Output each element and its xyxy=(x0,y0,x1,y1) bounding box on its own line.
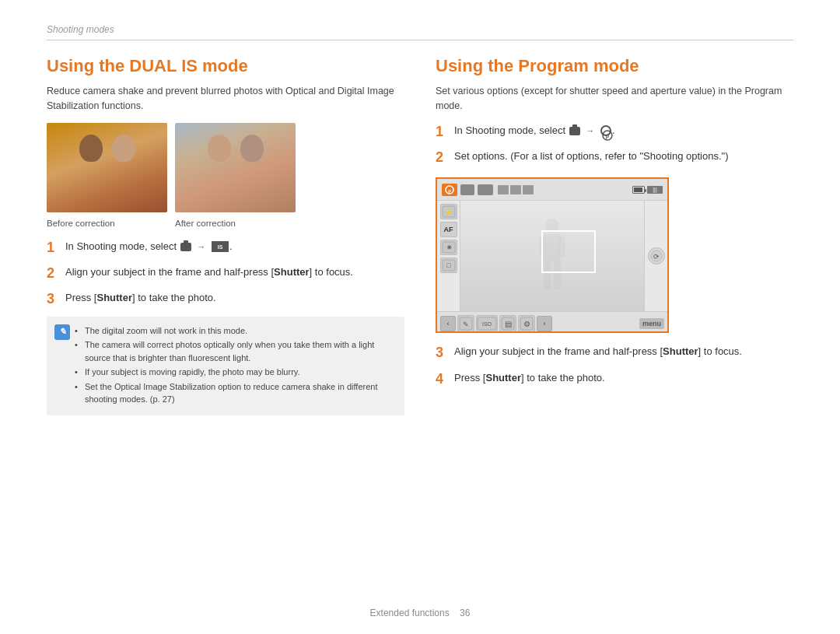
step-2p-number: 2 xyxy=(436,149,448,166)
focus-rectangle xyxy=(541,230,596,273)
face-2 xyxy=(112,135,135,162)
battery-icon xyxy=(632,186,645,194)
faces-before xyxy=(47,135,167,162)
svg-text:p: p xyxy=(448,188,451,193)
svg-text:⚙: ⚙ xyxy=(523,320,530,328)
camera-view xyxy=(460,201,644,311)
side-btn-af: AF xyxy=(440,222,457,237)
face-4 xyxy=(240,135,264,162)
photo-captions: Before correction After correction xyxy=(47,219,404,228)
caption-after: After correction xyxy=(175,219,296,228)
right-column: Using the Program mode Set various optio… xyxy=(436,56,793,396)
mode-icon-gray-1 xyxy=(460,184,474,195)
program-mode-description: Set various options (except for shutter … xyxy=(436,84,793,114)
dual-is-icon: IS xyxy=(212,241,229,252)
step-2p-text: Set options. (For a list of options, ref… xyxy=(454,149,793,164)
svg-text:IS: IS xyxy=(218,244,223,250)
footer-text: Extended functions xyxy=(370,608,450,618)
program-mode-heading: Using the Program mode xyxy=(436,56,793,76)
bullet-4: • xyxy=(75,380,81,394)
dual-is-description: Reduce camera shake and prevent blurred … xyxy=(47,84,404,114)
svg-text:□: □ xyxy=(446,261,451,269)
svg-text:⚡: ⚡ xyxy=(445,208,453,215)
step-2-text: Align your subject in the frame and half… xyxy=(65,264,404,280)
svg-text:✎: ✎ xyxy=(463,321,469,328)
photo-pair xyxy=(47,123,404,212)
side-btn-3: ☀ xyxy=(440,240,457,255)
top-icons-group xyxy=(498,185,534,194)
svg-text:▤: ▤ xyxy=(505,320,512,328)
step-1-program: 1 In Shooting mode, select → p . xyxy=(436,123,793,141)
step-1p-text: In Shooting mode, select → p . xyxy=(454,123,793,138)
svg-text:⟳: ⟳ xyxy=(653,253,660,261)
step-1-text: In Shooting mode, select → IS . xyxy=(65,239,404,254)
note-item-3: • If your subject is moving rapidly, the… xyxy=(75,366,395,379)
signal-bars: ||| xyxy=(653,187,656,192)
step-4p-text: Press [Shutter] to take the photo. xyxy=(454,370,793,386)
step-2-dual: 2 Align your subject in the frame and ha… xyxy=(47,264,404,282)
note-item-2: • The camera will correct photos optical… xyxy=(75,338,395,364)
icon-small-2 xyxy=(510,185,521,194)
step-1-dual: 1 In Shooting mode, select → IS . xyxy=(47,239,404,257)
battery-tip xyxy=(645,189,646,192)
note-icon: ✎ xyxy=(54,324,70,340)
icon-small-3 xyxy=(523,185,534,194)
right-btn-1: ⟳ xyxy=(648,247,665,264)
note-item-4: • Set the Optical Image Stabilization op… xyxy=(75,380,395,406)
step-1p-number: 1 xyxy=(436,123,448,141)
camera-main-area: ⚡ AF ☀ □ xyxy=(437,201,667,311)
camera-icon-1 xyxy=(180,243,191,251)
bottom-btn-2: ISO xyxy=(476,315,498,332)
content-columns: Using the DUAL IS mode Reduce camera sha… xyxy=(47,56,793,415)
menu-label: menu xyxy=(639,318,664,329)
camera-left-sidebar: ⚡ AF ☀ □ xyxy=(437,201,460,311)
left-column: Using the DUAL IS mode Reduce camera sha… xyxy=(47,56,404,415)
photo-before-content xyxy=(47,123,167,212)
face-1 xyxy=(79,135,103,162)
step-number-1: 1 xyxy=(47,239,59,257)
caption-before: Before correction xyxy=(47,219,167,228)
step-3p-text: Align your subject in the frame and half… xyxy=(454,344,793,359)
arrow-icon-p: → xyxy=(586,124,594,138)
bullet-3: • xyxy=(75,366,81,379)
camera-top-bar: p xyxy=(437,179,667,201)
side-btn-1: ⚡ xyxy=(440,204,457,219)
page-number: 36 xyxy=(460,608,470,618)
camera-ui-mockup: p xyxy=(436,177,669,333)
signal-icon: ||| xyxy=(647,186,663,194)
step-3-dual: 3 Press [Shutter] to take the photo. xyxy=(47,290,404,308)
nav-prev: ‹ xyxy=(440,316,456,331)
photo-after-content xyxy=(175,123,296,212)
program-icon: p xyxy=(600,125,611,136)
side-btn-4: □ xyxy=(440,257,457,273)
step-3-text: Press [Shutter] to take the photo. xyxy=(65,290,404,306)
page-container: Shooting modes Using the DUAL IS mode Re… xyxy=(0,0,840,634)
bottom-btn-1: ✎ xyxy=(457,315,474,332)
step-4-program: 4 Press [Shutter] to take the photo. xyxy=(436,370,793,388)
svg-text:p: p xyxy=(606,133,609,139)
note-item-1: • The digital zoom will not work in this… xyxy=(75,324,395,338)
face-3 xyxy=(208,135,231,162)
battery-fill xyxy=(634,187,642,192)
step-4p-number: 4 xyxy=(436,370,448,388)
photo-after xyxy=(175,123,296,212)
dual-is-heading: Using the DUAL IS mode xyxy=(47,56,404,76)
header-section: Shooting modes xyxy=(47,23,793,40)
step-3-program: 3 Align your subject in the frame and ha… xyxy=(436,344,793,362)
bottom-btn-4: ⚙ xyxy=(518,315,535,332)
arrow-icon-1: → xyxy=(197,240,205,254)
step-3p-number: 3 xyxy=(436,344,448,362)
bottom-btn-3: ▤ xyxy=(499,315,516,332)
bullet-1: • xyxy=(75,324,81,338)
bullet-2: • xyxy=(75,338,81,352)
section-label: Shooting modes xyxy=(47,24,114,35)
footer: Extended functions 36 xyxy=(0,608,840,618)
camera-bottom-bar: ‹ ✎ ISO xyxy=(437,311,667,333)
step-2-program: 2 Set options. (For a list of options, r… xyxy=(436,149,793,166)
nav-next: › xyxy=(537,316,552,331)
faces-after xyxy=(175,135,296,162)
camera-right-sidebar: ⟳ xyxy=(644,201,667,311)
note-box: ✎ • The digital zoom will not work in th… xyxy=(47,317,404,415)
mode-icon-orange: p xyxy=(442,184,457,196)
photo-before xyxy=(47,123,167,212)
